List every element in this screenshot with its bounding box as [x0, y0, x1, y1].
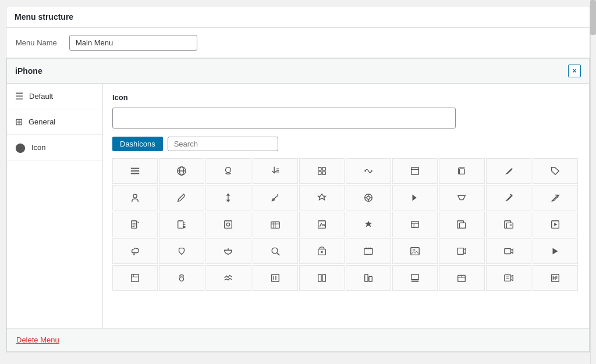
scroll-track[interactable] — [590, 0, 596, 358]
svg-rect-12 — [318, 172, 321, 174]
device-header: iPhone × — [7, 59, 589, 84]
svg-rect-31 — [178, 221, 183, 229]
icon-cell-17[interactable] — [439, 185, 484, 210]
icon-cell-46[interactable] — [392, 265, 438, 291]
icon-cell-49[interactable] — [533, 265, 578, 291]
icon-cell-29[interactable] — [533, 212, 578, 237]
icon-cell-30[interactable] — [112, 238, 158, 264]
icon-cell-26[interactable] — [392, 212, 438, 237]
svg-rect-73 — [318, 274, 321, 282]
svg-rect-18 — [460, 169, 465, 174]
icon-cell-24[interactable] — [299, 212, 345, 237]
bottom-bar: Delete Menu — [7, 328, 589, 351]
icon-cell-2[interactable] — [205, 158, 251, 184]
icon-cell-21[interactable] — [159, 212, 204, 237]
circle-icon: ⬤ — [15, 142, 26, 153]
icon-cell-5[interactable] — [346, 158, 391, 184]
delete-menu-link[interactable]: Delete Menu — [16, 336, 59, 344]
sidebar-item-default[interactable]: ☰ Default — [7, 84, 102, 109]
icon-cell-20[interactable] — [112, 212, 158, 237]
dashicons-tab[interactable]: Dashicons — [112, 137, 163, 151]
icon-cell-7[interactable] — [439, 158, 484, 184]
sidebar-item-icon[interactable]: ⬤ Icon — [7, 135, 102, 160]
icon-cell-22[interactable] — [205, 212, 251, 237]
svg-rect-75 — [365, 274, 368, 282]
svg-point-20 — [133, 194, 137, 198]
icon-cell-39[interactable] — [533, 238, 578, 264]
svg-point-24 — [367, 196, 370, 199]
icon-cell-1[interactable] — [159, 158, 204, 184]
icon-cell-31[interactable] — [159, 238, 204, 264]
svg-line-57 — [277, 253, 279, 255]
icon-cell-12[interactable] — [205, 185, 251, 210]
icon-cell-18[interactable] — [486, 185, 531, 210]
svg-point-15 — [371, 170, 372, 172]
svg-marker-65 — [552, 248, 558, 255]
svg-rect-34 — [225, 221, 232, 229]
icon-cell-19[interactable] — [533, 185, 578, 210]
svg-rect-30 — [132, 221, 137, 229]
icon-cell-42[interactable] — [205, 265, 251, 291]
main-content: Icon Dashicons — [103, 84, 589, 328]
svg-point-56 — [272, 248, 278, 254]
svg-rect-2 — [131, 173, 139, 174]
icon-cell-3[interactable] — [253, 158, 298, 184]
icon-cell-32[interactable] — [205, 238, 251, 264]
svg-rect-16 — [411, 167, 419, 175]
svg-rect-70 — [271, 274, 279, 282]
icon-cell-38[interactable] — [486, 238, 531, 264]
sidebar-item-default-label: Default — [29, 92, 53, 101]
svg-rect-64 — [504, 249, 510, 254]
svg-marker-29 — [413, 195, 417, 201]
icon-cell-13[interactable] — [253, 185, 298, 210]
icon-cell-48[interactable] — [486, 265, 531, 291]
icon-cell-35[interactable] — [346, 238, 391, 264]
svg-rect-45 — [460, 223, 466, 228]
icon-cell-34[interactable] — [299, 238, 345, 264]
device-title: iPhone — [15, 66, 42, 76]
device-body: ☰ Default ⊞ General ⬤ Icon Icon — [7, 84, 589, 328]
sidebar-item-general[interactable]: ⊞ General — [7, 109, 102, 135]
icon-cell-27[interactable] — [439, 212, 484, 237]
svg-rect-66 — [132, 274, 139, 282]
svg-rect-83 — [504, 275, 510, 281]
page-title: Menu structure — [6, 6, 590, 28]
icon-cell-0[interactable] — [112, 158, 158, 184]
svg-marker-52 — [554, 223, 557, 226]
icon-cell-43[interactable] — [253, 265, 298, 291]
svg-rect-10 — [318, 167, 321, 170]
icon-cell-11[interactable] — [159, 185, 204, 210]
icon-cell-44[interactable] — [299, 265, 345, 291]
icon-cell-4[interactable] — [299, 158, 345, 184]
sidebar-item-icon-label: Icon — [31, 143, 46, 152]
icon-cell-28[interactable] — [486, 212, 531, 237]
svg-rect-11 — [322, 167, 325, 170]
icon-section-label: Icon — [112, 93, 580, 102]
icon-cell-10[interactable] — [112, 185, 158, 210]
icon-cell-6[interactable] — [392, 158, 438, 184]
svg-rect-77 — [411, 274, 419, 280]
icon-cell-37[interactable] — [439, 238, 484, 264]
icon-cell-25[interactable] — [346, 212, 391, 237]
icon-preview-box — [112, 108, 456, 129]
svg-rect-41 — [411, 222, 419, 228]
icon-cell-33[interactable] — [253, 238, 298, 264]
menu-name-label: Menu Name — [16, 38, 62, 47]
icon-search-input[interactable] — [168, 137, 278, 151]
icon-cell-47[interactable] — [439, 265, 484, 291]
svg-rect-0 — [131, 168, 139, 169]
close-device-button[interactable]: × — [568, 65, 581, 77]
scroll-thumb — [590, 0, 596, 35]
menu-name-input[interactable] — [69, 35, 197, 51]
icon-cell-45[interactable] — [346, 265, 391, 291]
icon-cell-8[interactable] — [486, 158, 531, 184]
icon-cell-36[interactable] — [392, 238, 438, 264]
icon-cell-23[interactable] — [253, 212, 298, 237]
icon-cell-41[interactable] — [159, 265, 204, 291]
icon-cell-15[interactable] — [346, 185, 391, 210]
icon-cell-9[interactable] — [533, 158, 578, 184]
icon-cell-14[interactable] — [299, 185, 345, 210]
svg-point-69 — [180, 277, 184, 281]
icon-cell-16[interactable] — [392, 185, 438, 210]
icon-cell-40[interactable] — [112, 265, 158, 291]
